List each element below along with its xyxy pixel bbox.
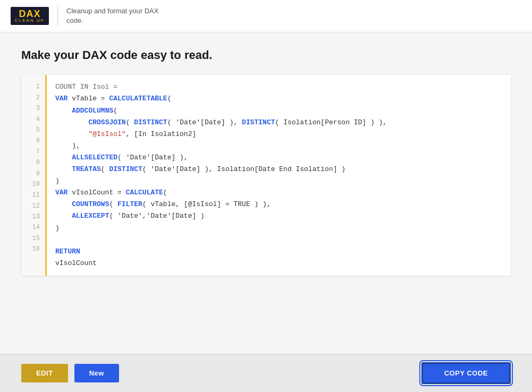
logo-cleanup: CLEAN UP [15, 19, 45, 23]
code-line-12: ALLEXCEPT( 'Date','Date'[Date] ) [55, 210, 502, 222]
new-button[interactable]: New [74, 364, 119, 382]
code-editor: 1 2 3 4 5 6 7 8 9 10 11 12 13 14 15 16 C… [21, 75, 511, 276]
copy-code-button[interactable]: COPY CODE [421, 362, 511, 384]
header-divider [57, 6, 58, 25]
line-num-3: 3 [27, 103, 40, 114]
main-content: Make your DAX code easy to read. 1 2 3 4… [0, 32, 532, 354]
line-num-13: 13 [27, 211, 40, 222]
code-line-10: VAR vIsolCount = CALCULATE( [55, 187, 502, 199]
code-line-13: ) [55, 223, 502, 234]
code-lines[interactable]: COUNT IN Isol = VAR vTable = CALCULATETA… [47, 75, 511, 276]
line-num-10: 10 [27, 179, 40, 190]
line-num-16: 16 [27, 244, 40, 254]
code-line-2: VAR vTable = CALCULATETABLE( [55, 93, 502, 105]
line-num-15: 15 [27, 233, 40, 244]
code-line-15: RETURN [55, 246, 502, 258]
line-num-11: 11 [27, 190, 40, 200]
line-num-12: 12 [27, 201, 40, 211]
code-line-6: ), [55, 140, 502, 152]
line-num-5: 5 [27, 125, 40, 135]
code-line-11: COUNTROWS( FILTER( vTable, [@IsIsol] = T… [55, 199, 502, 210]
code-line-16: vIsolCount [55, 258, 502, 269]
code-line-14 [55, 234, 502, 246]
code-line-5: "@IsIsol", [In Isolation2] [55, 129, 502, 140]
footer: EDIT New COPY CODE [0, 354, 532, 392]
header: DAX CLEAN UP Cleanup and format your DAX… [0, 0, 532, 32]
line-num-6: 6 [27, 135, 40, 146]
footer-left-buttons: EDIT New [21, 364, 119, 382]
code-line-7: ALLSELECTED( 'Date'[Date] ), [55, 152, 502, 164]
line-num-8: 8 [27, 157, 40, 168]
code-line-3: ADDCOLUMNS( [55, 105, 502, 117]
line-numbers: 1 2 3 4 5 6 7 8 9 10 11 12 13 14 15 16 [21, 75, 47, 276]
line-num-4: 4 [27, 114, 40, 125]
code-container: 1 2 3 4 5 6 7 8 9 10 11 12 13 14 15 16 C… [21, 75, 511, 276]
logo: DAX CLEAN UP [11, 7, 49, 25]
logo-dax: DAX [19, 9, 41, 19]
line-num-2: 2 [27, 92, 40, 103]
line-num-1: 1 [27, 81, 40, 92]
code-line-8: TREATAS( DISTINCT( 'Date'[Date] ), Isola… [55, 164, 502, 175]
code-line-9: ) [55, 175, 502, 187]
code-line-4: CROSSJOIN( DISTINCT( 'Date'[Date] ), DIS… [55, 117, 502, 129]
code-line-1: COUNT IN Isol = [55, 81, 502, 93]
page-title: Make your DAX code easy to read. [21, 48, 511, 62]
line-num-7: 7 [27, 147, 40, 157]
edit-button[interactable]: EDIT [21, 364, 68, 382]
line-num-9: 9 [27, 168, 40, 179]
header-tagline: Cleanup and format your DAXcode. [66, 6, 158, 25]
line-num-14: 14 [27, 222, 40, 233]
